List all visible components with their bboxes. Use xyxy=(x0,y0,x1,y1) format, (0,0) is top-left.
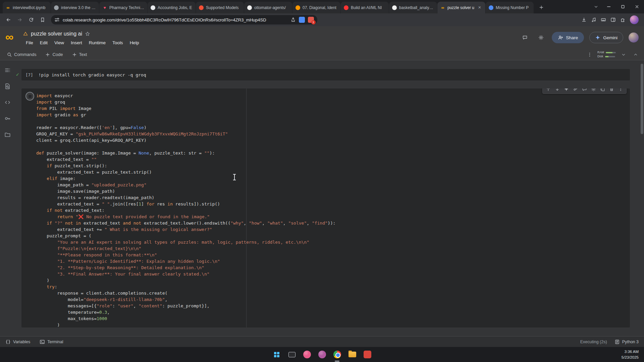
browser-tab[interactable]: Build an AI/ML NI xyxy=(341,2,389,13)
share-page-icon[interactable] xyxy=(290,17,296,22)
code-line[interactable]: import gradio as gr xyxy=(36,112,627,118)
code-line[interactable]: image.save(image_path) xyxy=(36,188,627,194)
menu-insert[interactable]: Insert xyxy=(68,39,85,46)
code-line[interactable]: from PIL import Image xyxy=(36,105,627,112)
taskbar-chrome-icon[interactable] xyxy=(332,350,342,359)
code-line[interactable]: results = reader.readtext(image_path) xyxy=(36,194,627,201)
code-line[interactable]: "**Please respond in this format:**\n" xyxy=(36,252,627,258)
add-text-button[interactable]: Text xyxy=(69,50,90,59)
code-line[interactable]: reader = easyocr.Reader(['en'], gpu=Fals… xyxy=(36,124,627,131)
code-line[interactable]: messages=[{"role": "user", "content": pu… xyxy=(36,303,627,309)
table-of-contents-icon[interactable] xyxy=(4,66,11,74)
share-button[interactable]: Share xyxy=(552,32,584,43)
browser-tab[interactable]: Missing Number P xyxy=(486,2,534,13)
taskbar-app-red-icon[interactable] xyxy=(363,350,372,359)
find-and-replace-icon[interactable] xyxy=(4,82,11,90)
keyboard-icon[interactable] xyxy=(601,17,606,22)
commands-button[interactable]: Commands xyxy=(4,50,39,59)
taskbar-app-pink-icon[interactable] xyxy=(302,350,312,359)
menu-edit[interactable]: Edit xyxy=(37,39,51,46)
stop-execution-button[interactable] xyxy=(25,92,34,101)
resources-meter[interactable]: RAM Disk xyxy=(597,51,616,58)
browser-tab[interactable]: interview 3.0 the pe xyxy=(51,2,99,13)
code-line[interactable]: elif image: xyxy=(36,175,627,182)
menu-runtime[interactable]: Runtime xyxy=(86,39,109,46)
code-line[interactable]: "2. **Step-by-step Reasoning**: Detailed… xyxy=(36,264,627,271)
code-cell[interactable]: import easyocrimport groqfrom PIL import… xyxy=(21,88,630,327)
new-tab-button[interactable] xyxy=(537,3,546,12)
code-line[interactable]: image_path = "uploaded_puzzle.png" xyxy=(36,182,627,188)
code-snippets-icon[interactable] xyxy=(4,99,11,106)
code-line[interactable]: extracted_text = puzzle_text.strip() xyxy=(36,169,627,175)
kernel-button[interactable]: Python 3 xyxy=(614,339,639,345)
code-line[interactable]: if "?" not in extracted_text and not ext… xyxy=(36,220,627,226)
code-line[interactable]: import groq xyxy=(36,99,627,105)
media-controls-icon[interactable] xyxy=(591,17,596,22)
files-icon[interactable] xyxy=(4,131,11,138)
notebook-scrollbar[interactable] xyxy=(641,62,643,335)
browser-tab[interactable]: 07. Diagonal, Ident xyxy=(292,2,340,13)
user-avatar[interactable] xyxy=(629,33,639,43)
taskbar-file-explorer-icon[interactable] xyxy=(347,350,357,359)
maximize-button[interactable] xyxy=(616,0,630,13)
browser-profile-avatar[interactable] xyxy=(630,15,639,24)
address-bar[interactable]: colab.research.google.com/drive/1o5Sbbh4… xyxy=(51,15,317,24)
add-code-button[interactable]: Code xyxy=(42,50,65,59)
runtime-dropdown-icon[interactable] xyxy=(619,50,628,59)
taskbar-start-icon[interactable] xyxy=(272,350,281,359)
terminal-button[interactable]: Terminal xyxy=(40,339,63,345)
bookmark-icon[interactable] xyxy=(38,15,48,25)
code-line[interactable]: response = client.chat.completions.creat… xyxy=(36,290,627,296)
collapse-header-icon[interactable] xyxy=(631,50,640,59)
connect-options-icon[interactable] xyxy=(585,50,594,59)
code-line[interactable]: ) xyxy=(36,277,627,284)
code-line[interactable]: import easyocr xyxy=(36,93,627,99)
browser-tab[interactable]: ∞interviewBot.ipynb xyxy=(3,2,51,13)
code-line[interactable]: "You are an AI expert in solving all typ… xyxy=(36,239,627,245)
secrets-icon[interactable] xyxy=(4,115,11,122)
comments-button[interactable] xyxy=(520,32,530,43)
forward-button[interactable] xyxy=(15,15,25,25)
menu-tools[interactable]: Tools xyxy=(109,39,126,46)
pip-code[interactable]: !pip install torch gradio easyocr -q gro… xyxy=(39,72,146,77)
tab-search-icon[interactable] xyxy=(590,0,602,13)
code-line[interactable]: extracted_text = " ".join([res[1] for re… xyxy=(36,201,627,207)
code-line[interactable]: max_tokens=1000 xyxy=(36,315,627,322)
download-icon[interactable] xyxy=(581,17,587,22)
menu-file[interactable]: File xyxy=(23,39,36,46)
colab-logo[interactable]: ∞ xyxy=(5,31,21,43)
code-line[interactable]: "1. **Pattern/Logic Identified**: Explai… xyxy=(36,258,627,264)
code-line[interactable]: temperature=0.3, xyxy=(36,309,627,315)
code-line[interactable]: ) xyxy=(36,322,627,327)
taskbar-app-violet-icon[interactable] xyxy=(317,350,327,359)
extension-icon-2[interactable]: 1 xyxy=(308,17,314,23)
code-line[interactable]: extracted_text += " What is the missing … xyxy=(36,226,627,233)
menu-view[interactable]: View xyxy=(51,39,67,46)
code-line[interactable]: GROQ_API_KEY = "gsk_PLHfwB6wRkeEpvH33lit… xyxy=(36,131,627,137)
code-editor[interactable]: import easyocrimport groqfrom PIL import… xyxy=(36,93,627,327)
browser-tab[interactable]: Accounting Jobs, E xyxy=(148,2,196,13)
browser-tab[interactable]: ♥Pharmacy Technicia xyxy=(99,2,147,13)
extension-icon-1[interactable] xyxy=(299,17,305,23)
minimize-button[interactable] xyxy=(602,0,616,13)
gemini-button[interactable]: Gemini xyxy=(589,32,623,43)
code-line[interactable]: puzzle_prompt = ( xyxy=(36,233,627,239)
code-line[interactable]: client = groq.Client(api_key=GROQ_API_KE… xyxy=(36,137,627,143)
code-line[interactable]: if not extracted_text: xyxy=(36,207,627,214)
code-line[interactable]: try: xyxy=(36,284,627,290)
code-line[interactable]: return "❌ No puzzle text provided or fou… xyxy=(36,214,627,220)
extensions-puzzle-icon[interactable] xyxy=(620,17,626,22)
taskbar-task-view-icon[interactable] xyxy=(287,350,297,359)
site-info-icon[interactable] xyxy=(54,17,60,22)
back-button[interactable] xyxy=(3,15,13,25)
browser-tab[interactable]: Supported Models xyxy=(196,2,244,13)
variables-button[interactable]: Variables xyxy=(5,339,30,345)
browser-tab[interactable]: ottomator-agents/ xyxy=(244,2,292,13)
close-window-button[interactable] xyxy=(630,0,644,13)
star-icon[interactable] xyxy=(85,31,90,37)
reload-button[interactable] xyxy=(26,15,36,25)
code-line[interactable]: model="deepseek-r1-distill-llama-70b", xyxy=(36,296,627,303)
code-line[interactable]: def puzzle_solver(image: Image.Image = N… xyxy=(36,150,627,156)
tab-close-button[interactable]: × xyxy=(477,5,482,10)
code-line[interactable] xyxy=(36,143,627,150)
